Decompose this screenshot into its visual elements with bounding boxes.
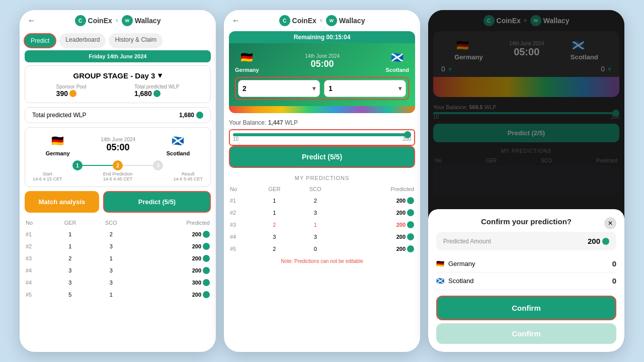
predictions-table-2: No GER SCO Predicted #1 1 2 200 #2 1 3 (229, 183, 415, 255)
col-predicted: Predicted (132, 218, 210, 228)
modal-overlay: ✕ Confirm your prediction? Predicted Amo… (428, 10, 624, 352)
team-scotland: 🏴󠁧󠁢󠁳󠁣󠁴󠁿 Scotland (167, 133, 190, 156)
header-1: ← C CoinEx × W Wallacy (20, 10, 216, 31)
modal-team-scotland-left: 🏴󠁧󠁢󠁳󠁣󠁴󠁿 Scotland (436, 277, 474, 285)
flag-germany: 🇩🇪 (50, 133, 66, 149)
close-modal-button[interactable]: ✕ (604, 217, 616, 229)
match-analysis-button[interactable]: Match analysis (25, 191, 99, 213)
range-thumb-2[interactable] (404, 131, 411, 138)
dropdown-icon[interactable]: ▾ (158, 71, 162, 80)
wallacy-logo-2: W Wallacy (326, 15, 365, 26)
my-predictions-label: MY PREDICTIONS (229, 175, 415, 181)
wlp-modal-icon (602, 238, 609, 245)
stage-card-1: GROUP STAGE - Day 3 ▾ Sponsor Pool 390 T… (25, 65, 211, 103)
range-container-2: 10 200 (229, 129, 415, 146)
flag-germany-2: 🇩🇪 (239, 49, 255, 65)
timer-bar: Remaining 00:15:04 (229, 31, 415, 43)
wlp-row-icon (407, 221, 414, 228)
table-row: #1 1 2 200 (26, 229, 210, 240)
step-1: 1 (72, 160, 83, 170)
phone-2-content: Remaining 00:15:04 🇩🇪 Germany 14th June … (224, 31, 420, 352)
tab-history-claim[interactable]: History & Claim (109, 33, 163, 48)
match-card-1: 🇩🇪 Germany 14th June 2024 05:00 🏴󠁧󠁢󠁳󠁣󠁴󠁿 … (25, 127, 211, 187)
header-logo-2: C CoinEx × W Wallacy (279, 15, 365, 26)
flag-scotland: 🏴󠁧󠁢󠁳󠁣󠁴󠁿 (170, 133, 186, 149)
table-row: #3 2 1 200 (230, 219, 414, 230)
tab-leaderboard[interactable]: Leaderboard (59, 33, 106, 48)
score-selects: 2 ▾ 1 ▾ (235, 77, 409, 100)
wlp-row-icon (407, 245, 414, 252)
col-ger: GER (50, 218, 90, 228)
match-center-2: 14th June 2024 05:00 (305, 53, 340, 69)
match-teams-1: 🇩🇪 Germany 14th June 2024 05:00 🏴󠁧󠁢󠁳󠁣󠁴󠁿 … (30, 133, 205, 156)
wlp-row-icon (203, 255, 210, 262)
modal-team-germany-left: 🇩🇪 Germany (436, 260, 475, 267)
range-labels-2: 10 200 (233, 136, 411, 142)
coinex-logo-2: C CoinEx (279, 15, 316, 26)
modal-team-scotland: 🏴󠁧󠁢󠁳󠁣󠁴󠁿 Scotland 0 (436, 273, 616, 290)
col-no: No (26, 218, 49, 228)
stage-meta: Sponsor Pool 390 Total predicted WLP 1,6… (32, 84, 203, 98)
nav-tabs-1: Predict Leaderboard History & Claim (20, 31, 216, 50)
wlp-row-icon (407, 233, 414, 240)
phone-1: ← C CoinEx × W Wallacy Predict Leaderboa… (20, 10, 216, 352)
modal-amount-row: Predicted Amount 200 (436, 232, 616, 250)
modal-flag-scotland: 🏴󠁧󠁢󠁳󠁣󠁴󠁿 (436, 277, 444, 285)
header-logo-1: C CoinEx × W Wallacy (75, 15, 161, 26)
note-text: Note: Predictions can not be editable (229, 258, 415, 264)
match-visual-2: 🇩🇪 Germany 14th June 2024 05:00 🏴󠁧󠁢󠁳󠁣󠁴󠁿 … (229, 43, 415, 106)
team-germany-2: 🇩🇪 Germany (235, 49, 259, 73)
coinex-icon-2: C (279, 15, 290, 26)
step-line-2 (123, 165, 153, 166)
modal-sheet: ✕ Confirm your prediction? Predicted Amo… (428, 209, 624, 352)
total-wlp: Total predicted WLP 1,680 (134, 84, 180, 98)
wlp-row-icon (203, 267, 210, 274)
range-fill-2 (233, 133, 411, 136)
confirm-button-reflection: Confirm (436, 323, 616, 344)
wlp-row-icon (203, 231, 210, 238)
tab-predict[interactable]: Predict (24, 33, 56, 48)
chevron-down-icon-1: ▾ (312, 85, 315, 92)
step-2: 2 (113, 160, 123, 170)
wallacy-logo-1: W Wallacy (122, 15, 161, 26)
step-line-1 (83, 165, 113, 166)
phone-1-content: Friday 14th June 2024 GROUP STAGE - Day … (20, 50, 216, 352)
predict-main-button[interactable]: Predict (5/5) (229, 146, 415, 168)
colorful-bar (229, 106, 415, 113)
chevron-down-icon-2: ▾ (398, 85, 401, 92)
predict-button-1[interactable]: Predict (5/5) (103, 191, 211, 213)
balance-row-2: Your Balance: 1,447 WLP (229, 116, 415, 129)
wlp-row-icon (203, 291, 210, 298)
table-row: #5 5 1 200 (26, 289, 210, 300)
match-center-1: 14th June 2024 05:00 (101, 137, 135, 153)
table-row: #3 2 1 200 (26, 253, 210, 264)
back-arrow-2[interactable]: ← (232, 16, 240, 25)
step-3: 3 (153, 160, 163, 170)
table-row: #4 3 3 200 (26, 265, 210, 276)
modal-flag-germany: 🇩🇪 (436, 260, 444, 267)
table-row: #1 1 2 200 (230, 195, 414, 206)
back-arrow-1[interactable]: ← (28, 16, 36, 25)
col-sco-2: SCO (295, 184, 335, 194)
steps-row: 1 2 3 (30, 160, 205, 170)
table-row: #4 3 3 300 (26, 277, 210, 288)
score-select-1[interactable]: 2 ▾ (238, 80, 320, 97)
col-ger-2: GER (255, 184, 294, 194)
score-select-2[interactable]: 1 ▾ (324, 80, 406, 97)
col-no-2: No (230, 184, 254, 194)
range-track-2 (233, 133, 411, 136)
table-row: #4 3 3 200 (230, 231, 414, 242)
match-banner-2: Remaining 00:15:04 🇩🇪 Germany 14th June … (229, 31, 415, 113)
modal-team-germany: 🇩🇪 Germany 0 (436, 255, 616, 273)
step-labels: Start 14-6 4:15 CET End Prediction 14-6 … (30, 171, 205, 182)
action-buttons: Match analysis Predict (5/5) (25, 191, 211, 213)
wlp-green-icon (153, 90, 160, 97)
phone-3: C CoinEx × W Wallacy 🇩🇪 Germany (428, 10, 624, 352)
modal-amount-val: 200 (588, 237, 609, 245)
coinex-icon-1: C (75, 15, 86, 26)
modal-title: Confirm your prediction? (436, 217, 616, 226)
col-sco: SCO (91, 218, 131, 228)
match-teams-row-2: 🇩🇪 Germany 14th June 2024 05:00 🏴󠁧󠁢󠁳󠁣󠁴󠁿 … (235, 49, 409, 73)
wlp-row-icon (407, 209, 414, 216)
confirm-button[interactable]: Confirm (436, 296, 616, 320)
